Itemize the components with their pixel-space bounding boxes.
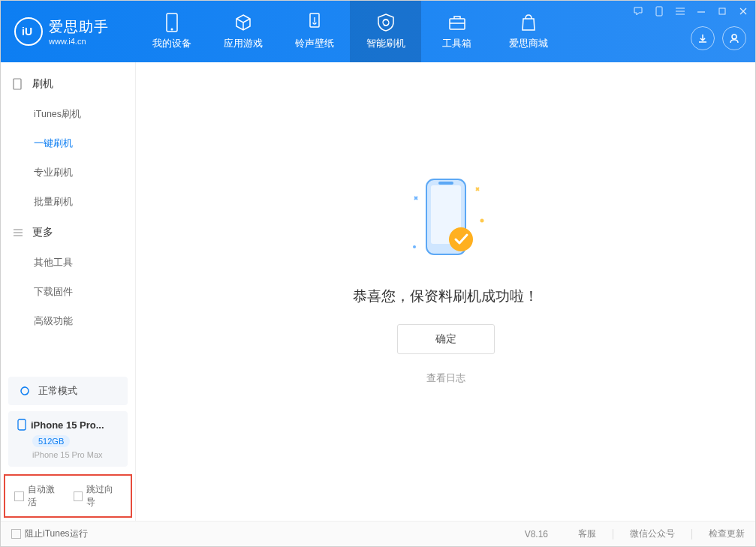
success-illustration (393, 168, 498, 273)
sidebar-item-itunes-flash[interactable]: iTunes刷机 (1, 100, 135, 129)
nav-tab-flash[interactable]: 智能刷机 (350, 1, 421, 62)
status-bar: 阻止iTunes运行 V8.16 客服 微信公众号 检查更新 (1, 521, 755, 546)
nav-tabs: 我的设备 应用游戏 铃声壁纸 智能刷机 工具箱 (136, 1, 564, 62)
sidebar-group-flash[interactable]: 刷机 (1, 68, 135, 100)
checkbox-skip-wizard[interactable]: 跳过向导 (74, 483, 122, 509)
svg-rect-4 (450, 19, 465, 29)
separator (691, 529, 692, 539)
svg-point-10 (480, 219, 483, 223)
phone-small-icon[interactable] (653, 5, 665, 17)
main-content: 恭喜您，保资料刷机成功啦！ 确定 查看日志 (136, 62, 755, 521)
checkbox-row-highlighted: 自动激活 跳过向导 (4, 474, 132, 518)
checkbox-block-itunes[interactable]: 阻止iTunes运行 (11, 527, 88, 540)
nav-tab-label: 智能刷机 (366, 37, 405, 50)
device-model: iPhone 15 Pro Max (32, 450, 119, 459)
sidebar-group-title: 刷机 (32, 77, 53, 91)
checkbox-label: 跳过向导 (86, 483, 122, 509)
svg-point-15 (449, 227, 473, 251)
sidebar-item-oneclick-flash[interactable]: 一键刷机 (1, 129, 135, 158)
separator (613, 529, 613, 539)
checkbox-icon (74, 491, 83, 501)
svg-point-7 (732, 35, 736, 39)
device-name: iPhone 15 Pro... (31, 419, 104, 431)
user-button[interactable] (722, 26, 746, 50)
check-update-link[interactable]: 检查更新 (709, 527, 745, 540)
nav-tab-label: 铃声壁纸 (295, 37, 334, 50)
bag-icon (519, 13, 538, 32)
refresh-shield-icon (376, 13, 396, 32)
mode-selector[interactable]: 正常模式 (8, 377, 128, 405)
phone-outline-icon (13, 78, 25, 90)
nav-tab-label: 应用游戏 (224, 37, 263, 50)
app-logo-icon: iU (14, 17, 43, 46)
checkbox-auto-activate[interactable]: 自动激活 (14, 483, 63, 509)
nav-tab-apps[interactable]: 应用游戏 (207, 1, 279, 62)
nav-tab-device[interactable]: 我的设备 (136, 1, 207, 62)
phone-icon (162, 13, 182, 32)
app-title: 爱思助手 (49, 17, 109, 37)
checkbox-label: 阻止iTunes运行 (25, 527, 88, 540)
nav-tab-ringtones[interactable]: 铃声壁纸 (279, 1, 350, 62)
briefcase-icon (447, 13, 467, 32)
music-note-icon (305, 13, 324, 32)
sidebar-group-title: 更多 (32, 226, 53, 239)
menu-icon[interactable] (674, 5, 686, 17)
sidebar-item-other-tools[interactable]: 其他工具 (1, 248, 135, 278)
logo-area: iU 爱思助手 www.i4.cn (1, 17, 136, 46)
view-log-link[interactable]: 查看日志 (426, 372, 465, 385)
app-url: www.i4.cn (49, 37, 109, 46)
refresh-icon (19, 385, 32, 397)
app-header: iU 爱思助手 www.i4.cn 我的设备 应用游戏 铃声壁纸 (1, 1, 755, 62)
svg-text:iU: iU (22, 26, 32, 38)
mode-label: 正常模式 (38, 384, 77, 398)
list-icon (13, 228, 25, 237)
success-message: 恭喜您，保资料刷机成功啦！ (353, 287, 538, 306)
svg-rect-9 (18, 419, 26, 430)
download-button[interactable] (691, 26, 715, 50)
sidebar-item-download-firmware[interactable]: 下载固件 (1, 278, 135, 307)
svg-point-11 (413, 245, 416, 248)
feedback-icon[interactable] (632, 5, 644, 17)
svg-point-2 (170, 29, 173, 31)
nav-tab-toolbox[interactable]: 工具箱 (421, 1, 492, 62)
nav-tab-store[interactable]: 爱思商城 (492, 1, 564, 62)
sidebar-item-advanced[interactable]: 高级功能 (1, 307, 135, 336)
ok-button[interactable]: 确定 (397, 324, 495, 354)
svg-rect-5 (656, 7, 662, 16)
nav-tab-label: 爱思商城 (509, 37, 548, 50)
device-info[interactable]: iPhone 15 Pro... 512GB iPhone 15 Pro Max (8, 411, 128, 467)
checkbox-icon (14, 491, 24, 501)
nav-tab-label: 我的设备 (152, 37, 191, 50)
svg-rect-14 (438, 182, 453, 185)
sidebar-group-more[interactable]: 更多 (1, 217, 135, 248)
nav-tab-label: 工具箱 (442, 37, 471, 50)
storage-badge: 512GB (32, 435, 70, 447)
sidebar: 刷机 iTunes刷机 一键刷机 专业刷机 批量刷机 更多 其他工具 下载固件 … (1, 62, 136, 521)
checkbox-icon (11, 529, 21, 539)
svg-rect-8 (14, 79, 21, 89)
header-actions (691, 1, 746, 62)
checkbox-label: 自动激活 (28, 483, 63, 509)
sidebar-item-batch-flash[interactable]: 批量刷机 (1, 188, 135, 217)
sidebar-item-pro-flash[interactable]: 专业刷机 (1, 158, 135, 188)
device-phone-icon (17, 419, 26, 431)
version-label: V8.16 (525, 529, 548, 539)
wechat-link[interactable]: 微信公众号 (630, 527, 675, 540)
cube-icon (233, 13, 253, 32)
support-link[interactable]: 客服 (578, 527, 596, 540)
